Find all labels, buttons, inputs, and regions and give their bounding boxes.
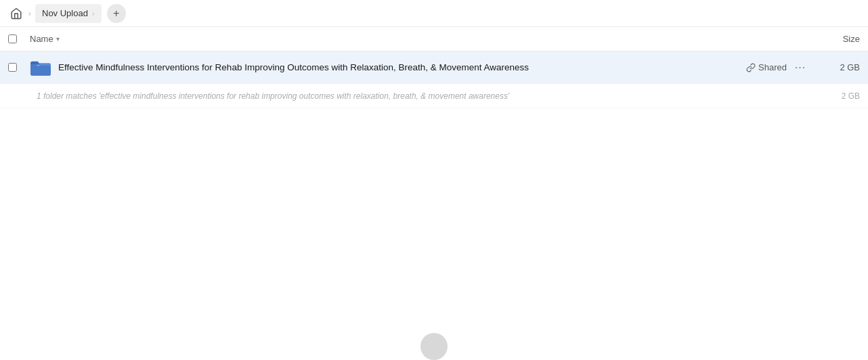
breadcrumb-bar: › Nov Upload › + [0, 0, 868, 27]
name-sort-icon: ▾ [56, 35, 60, 43]
breadcrumb-arrow-icon: › [92, 9, 95, 18]
file-checkbox[interactable] [8, 63, 17, 72]
home-breadcrumb[interactable] [8, 5, 24, 22]
match-row: 1 folder matches 'effective mindfulness … [0, 84, 868, 108]
shared-badge: Shared [746, 62, 787, 72]
file-actions: Shared ··· [746, 60, 808, 76]
breadcrumb-folder-label: Nov Upload [42, 8, 88, 18]
name-column-header[interactable]: Name ▾ [30, 34, 806, 44]
header-checkbox[interactable] [8, 35, 22, 43]
size-column-header: Size [806, 34, 860, 44]
breadcrumb-folder[interactable]: Nov Upload › [35, 4, 102, 23]
file-size: 2 GB [819, 62, 860, 72]
link-icon [746, 63, 756, 72]
breadcrumb-separator: › [28, 9, 31, 18]
empty-area [0, 108, 868, 360]
match-size: 2 GB [819, 91, 860, 101]
more-options-button[interactable]: ··· [792, 60, 808, 76]
name-column-label: Name [30, 34, 53, 44]
file-checkbox-wrapper[interactable] [8, 63, 22, 72]
select-all-checkbox[interactable] [8, 35, 17, 43]
add-button[interactable]: + [107, 4, 126, 23]
match-count-text: 1 folder matches 'effective mindfulness … [37, 91, 819, 101]
shared-label: Shared [758, 62, 787, 72]
ghost-figure [414, 333, 454, 360]
svg-rect-1 [37, 64, 39, 66]
file-row[interactable]: Effective Mindfulness Interventions for … [0, 51, 868, 84]
folder-icon [30, 57, 51, 78]
ghost-head [420, 333, 448, 360]
column-header-row: Name ▾ Size [0, 27, 868, 51]
file-name: Effective Mindfulness Interventions for … [58, 62, 746, 72]
